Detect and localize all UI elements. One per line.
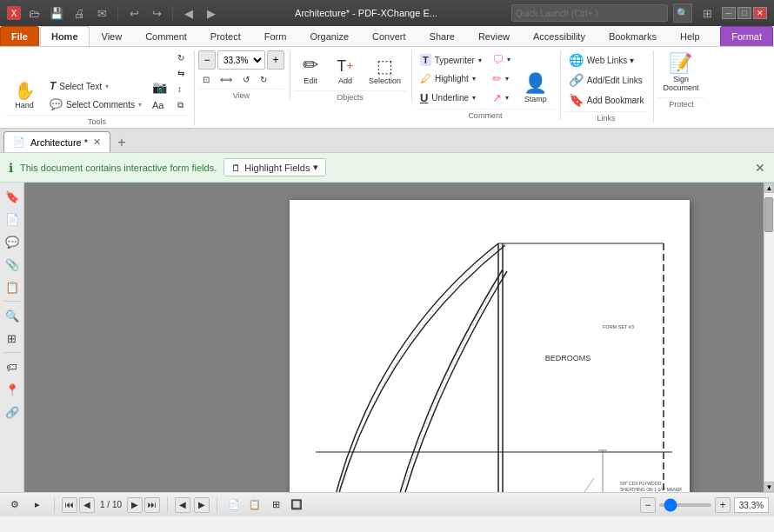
last-page-button[interactable]: ⏭ — [144, 497, 160, 513]
search-go-btn[interactable]: 🔍 — [673, 3, 692, 23]
forward-btn[interactable]: ▶ — [202, 3, 221, 23]
redo-btn[interactable]: ↪ — [147, 3, 166, 23]
rotate-button[interactable]: ↻ — [173, 50, 189, 65]
prev-page-button[interactable]: ◀ — [79, 497, 95, 513]
zoom-minus-button[interactable]: − — [640, 497, 656, 513]
doc-area[interactable]: BEDROOMS LIVING ROOM FORM SET #3 FORM SE… — [24, 183, 764, 492]
edit-button[interactable]: ✏ Edit — [294, 52, 327, 89]
left-toolbar-pages-btn[interactable]: 📄 — [2, 209, 23, 229]
compare-button[interactable]: ⧉ — [173, 97, 189, 113]
tab-help[interactable]: Help — [669, 26, 711, 46]
two-page-btn[interactable]: ⊞ — [266, 495, 285, 515]
sb-expand-button[interactable]: ▸ — [28, 495, 47, 515]
pan-right-button[interactable]: ▶ — [194, 497, 210, 513]
add-button[interactable]: T+ Add — [329, 50, 362, 89]
comment-note-button[interactable]: 🗩▾ — [488, 50, 515, 69]
email-btn[interactable]: ✉ — [92, 3, 111, 23]
left-toolbar-links-btn[interactable]: 🔗 — [2, 402, 23, 422]
fit-page-button[interactable]: ⊡ — [198, 72, 214, 87]
zoom-in-button[interactable]: + — [267, 50, 284, 70]
tab-format[interactable]: Format — [720, 26, 773, 46]
new-btn[interactable]: 🗁 — [24, 3, 43, 23]
settings-button[interactable]: ⚙ — [5, 495, 24, 515]
left-toolbar-bookmarks-btn[interactable]: 🔖 — [2, 186, 23, 207]
quick-launch-input[interactable] — [511, 4, 668, 22]
left-toolbar-content-btn[interactable]: 📋 — [2, 276, 23, 297]
save-btn[interactable]: 💾 — [47, 3, 66, 23]
zoom-out-button[interactable]: − — [198, 50, 216, 70]
pan-left-button[interactable]: ◀ — [175, 497, 190, 513]
zoom-percent-display[interactable]: 33.3% — [734, 497, 769, 513]
facing-btn[interactable]: 🔲 — [287, 495, 306, 515]
next-page-button[interactable]: ▶ — [127, 497, 143, 513]
minimize-btn[interactable]: ─ — [722, 7, 736, 19]
close-btn[interactable]: ✕ — [753, 7, 767, 19]
rotate-view-button[interactable]: ↺ — [238, 72, 254, 87]
tab-organize[interactable]: Organize — [298, 26, 360, 46]
tab-bookmarks[interactable]: Bookmarks — [597, 26, 668, 46]
single-page-btn[interactable]: 📄 — [224, 495, 244, 515]
doc-tab-close-btn[interactable]: ✕ — [93, 136, 101, 148]
scroll-down-arrow[interactable]: ▼ — [764, 482, 774, 492]
selection-button[interactable]: ⬚ Selection — [364, 54, 406, 89]
tools-items: ✋ Hand T Select Text ▾ 💬 Select Comments… — [5, 50, 189, 113]
zoom-slider[interactable] — [659, 503, 711, 507]
left-toolbar-attachments-btn[interactable]: 📎 — [2, 254, 23, 275]
left-toolbar-layer-btn[interactable]: ⊞ — [2, 328, 23, 349]
status-bar: ⚙ ▸ ⏮ ◀ 1 / 10 ▶ ⏭ ◀ ▶ 📄 📋 ⊞ 🔲 − + 33.3% — [0, 492, 774, 516]
typewriter2-button[interactable]: Aa — [148, 97, 171, 113]
move-button[interactable]: ↕ — [173, 82, 189, 96]
tab-form[interactable]: Form — [253, 26, 298, 46]
web-links-icon: 🌐 — [569, 53, 584, 67]
tab-accessibility[interactable]: Accessibility — [522, 26, 597, 46]
tab-convert[interactable]: Convert — [361, 26, 417, 46]
tab-view[interactable]: View — [90, 26, 134, 46]
hand-button[interactable]: ✋ Hand — [5, 78, 43, 113]
zoom-plus-button[interactable]: + — [715, 497, 731, 513]
left-toolbar-signatures-btn[interactable]: 🏷 — [2, 356, 23, 377]
continuous-btn[interactable]: 📋 — [245, 495, 264, 515]
new-tab-button[interactable]: + — [112, 133, 131, 152]
select-comments-button[interactable]: 💬 Select Comments ▾ — [45, 96, 146, 113]
scroll-track[interactable] — [764, 193, 774, 482]
tile-btn[interactable]: ⊞ — [697, 3, 717, 23]
print-btn[interactable]: 🖨 — [70, 3, 89, 23]
tab-comment[interactable]: Comment — [134, 26, 198, 46]
tab-home[interactable]: Home — [40, 26, 90, 46]
tab-protect[interactable]: Protect — [199, 26, 252, 46]
left-toolbar-comments-btn[interactable]: 💬 — [2, 231, 23, 252]
comment-note-icon: 🗩 — [492, 53, 504, 66]
sign-document-button[interactable]: 📝 SignDocument — [657, 50, 704, 96]
scroll-up-arrow[interactable]: ▲ — [764, 183, 774, 193]
undo-btn[interactable]: ↩ — [124, 3, 143, 23]
stamp-button[interactable]: 👤 Stamp — [517, 70, 555, 107]
add-bookmark-button[interactable]: 🔖 Add Bookmark — [564, 90, 649, 110]
select-text-button[interactable]: T Select Text ▾ — [45, 77, 146, 95]
tab-file[interactable]: File — [0, 26, 39, 46]
underline-button[interactable]: U Underline ▾ — [416, 89, 486, 107]
fit-page-icon: ⊡ — [203, 75, 210, 84]
right-scrollbar[interactable]: ▲ ▼ — [764, 183, 774, 492]
back-btn[interactable]: ◀ — [179, 3, 198, 23]
zoom-select[interactable]: 33.3% 50% 75% 100% — [217, 50, 265, 70]
fit-width-button[interactable]: ⟺ — [216, 72, 237, 87]
highlight-button[interactable]: 🖊 Highlight ▾ — [416, 70, 486, 88]
info-close-button[interactable]: ✕ — [755, 161, 765, 175]
scroll-thumb[interactable] — [764, 197, 773, 232]
doc-tab-architecture[interactable]: 📄 Architecture * ✕ — [3, 131, 110, 152]
highlight-fields-button[interactable]: 🗒 Highlight Fields ▾ — [224, 158, 326, 176]
arrow-button[interactable]: ↗▾ — [488, 89, 515, 107]
tab-review[interactable]: Review — [467, 26, 521, 46]
tab-share[interactable]: Share — [418, 26, 466, 46]
flip-button[interactable]: ⇆ — [173, 66, 189, 81]
maximize-btn[interactable]: □ — [737, 7, 751, 19]
rotate-ccw-button[interactable]: ↻ — [256, 72, 271, 87]
snapshot-button[interactable]: 📷 — [148, 77, 171, 96]
pencil-draw-button[interactable]: ✏▾ — [488, 70, 515, 88]
typewriter-button[interactable]: T Typewriter ▾ — [416, 51, 486, 69]
first-page-button[interactable]: ⏮ — [62, 497, 77, 513]
left-toolbar-destinations-btn[interactable]: 📍 — [2, 379, 23, 400]
add-edit-links-button[interactable]: 🔗 Add/Edit Links — [564, 70, 649, 90]
left-toolbar-search-btn[interactable]: 🔍 — [2, 305, 23, 326]
web-links-button[interactable]: 🌐 Web Links ▾ — [564, 50, 649, 70]
